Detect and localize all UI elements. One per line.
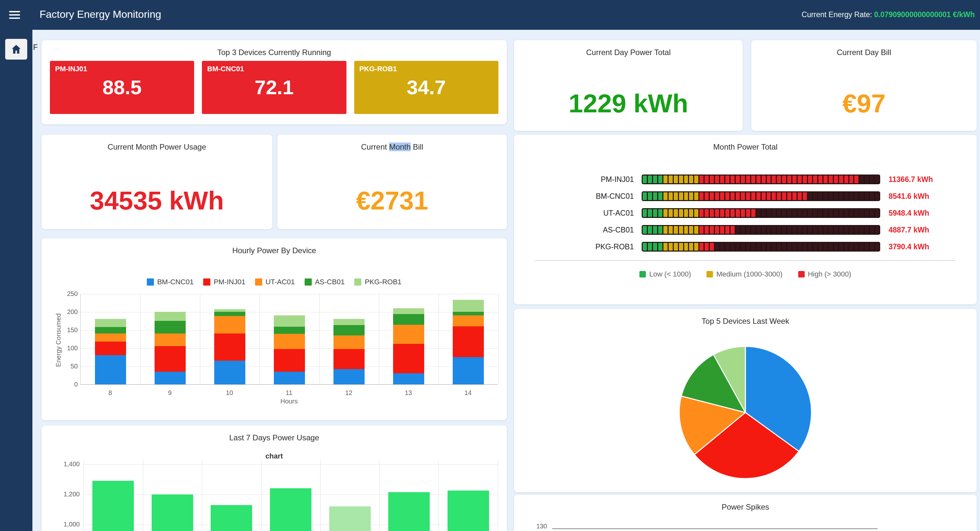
gauge-segment: [787, 209, 791, 217]
legend-item-bm-cnc01[interactable]: BM-CNC01: [147, 278, 194, 286]
gauge-segment: [736, 192, 740, 200]
gauge-segment: [736, 226, 740, 234]
gauge-segment: [658, 209, 662, 217]
gauge-segment: [725, 192, 730, 200]
gridline: [498, 294, 498, 384]
gauge-segment: [751, 243, 756, 250]
gauge-segment: [751, 209, 756, 217]
gauge-segment: [643, 243, 647, 250]
gauge-segment: [803, 209, 807, 217]
bar-segment-ut-ac01: [393, 325, 424, 344]
legend-item-pm-inj01[interactable]: PM-INJ01: [203, 278, 245, 286]
gauge-segment: [694, 243, 698, 250]
bar-segment-pkg-rob1: [334, 319, 364, 325]
gauge-segment: [653, 243, 657, 250]
gauge-segment: [813, 176, 817, 183]
gauge-segment: [710, 243, 714, 250]
gauge-segment: [679, 209, 683, 217]
gauge-bar: [642, 191, 880, 201]
sidebar-clipped-label: F: [33, 43, 38, 52]
gauge-segment: [694, 209, 698, 217]
device-power-value: 88.5: [50, 76, 194, 99]
bar-segment-pm-inj01: [95, 342, 126, 355]
device-tile-pkg-rob1: PKG-ROB134.7: [354, 61, 498, 114]
gridline: [259, 294, 260, 384]
bar-segment-pm-inj01: [274, 349, 305, 371]
gauge-segment: [741, 192, 745, 200]
gauge-segment: [824, 243, 828, 250]
card-title: Top 5 Devices Last Week: [514, 309, 977, 326]
gauge-segment: [756, 176, 760, 183]
gridline: [84, 460, 84, 531]
gauge-segment: [772, 226, 776, 234]
gauge-bar: [642, 242, 880, 252]
gauge-segment: [643, 209, 647, 217]
card-title: Month Power Total: [514, 135, 977, 152]
gauge-segment: [705, 243, 709, 250]
gauge-segment: [694, 176, 698, 183]
card-top-devices: Top 3 Devices Currently Running PM-INJ01…: [41, 40, 507, 124]
gauge-segment: [725, 209, 730, 217]
y-axis-tick: 1,200: [44, 491, 80, 498]
legend-label: BM-CNC01: [157, 278, 194, 286]
legend-label: UT-AC01: [266, 278, 294, 286]
device-tile-pm-inj01: PM-INJ0188.5: [50, 61, 194, 114]
card-day-power-total: Current Day Power Total 1229 kWh: [514, 40, 743, 131]
gauge-segment: [762, 209, 766, 217]
gauge-segment: [772, 176, 776, 183]
gauge-segment: [777, 209, 781, 217]
gauge-segment: [797, 226, 802, 234]
gauge-segment: [715, 243, 719, 250]
card-month-power-usage: Current Month Power Usage 34535 kWh: [41, 135, 272, 229]
gauge-segment: [772, 243, 776, 250]
bar-segment-pm-inj01: [154, 346, 186, 371]
legend-color-swatch: [354, 279, 361, 285]
day-bill-value: €97: [751, 89, 977, 119]
gauge-segment: [689, 192, 693, 200]
gauge-segment: [808, 226, 812, 234]
gridline: [379, 294, 379, 384]
gauge-segment: [653, 209, 657, 217]
gauge-segment: [803, 176, 807, 183]
gauge-segment: [674, 192, 678, 200]
title-text: Current: [361, 143, 389, 151]
bar-segment-as-cb01: [154, 321, 186, 333]
card-power-spikes: Power Spikes 130: [514, 495, 977, 531]
gauge-segment: [797, 192, 802, 200]
gauge-segment: [859, 176, 864, 183]
gauge-segment: [762, 176, 766, 183]
home-button[interactable]: [5, 39, 27, 60]
menu-icon[interactable]: [9, 9, 21, 20]
legend-item-pkg-rob1[interactable]: PKG-ROB1: [354, 278, 401, 286]
gauge-segment: [813, 192, 817, 200]
last7-bar-chart: 1,4001,2001,000: [41, 425, 507, 531]
gauge-segment: [865, 209, 869, 217]
gauge-segment: [699, 192, 703, 200]
gauge-segment: [870, 192, 874, 200]
gauge-segment: [648, 226, 652, 234]
gauge-segment: [741, 176, 745, 183]
gauge-segment: [808, 176, 812, 183]
gauge-segment: [679, 226, 683, 234]
bar-segment-bm-cnc01: [274, 372, 305, 384]
device-label: BM-CNC01: [537, 192, 634, 201]
gauge-segment: [710, 176, 714, 183]
gauge-segment: [777, 226, 781, 234]
gauge-segment: [859, 192, 864, 200]
legend-item-as-cb01[interactable]: AS-CB01: [305, 278, 345, 286]
gauge-segment: [746, 209, 750, 217]
gauge-segment: [663, 192, 668, 200]
gauge-segment: [782, 243, 786, 250]
gauge-row: BM-CNC018541.6 kWh: [537, 188, 964, 204]
device-tile-bm-cnc01: BM-CNC0172.1: [202, 61, 346, 114]
gauge-segment: [875, 176, 879, 183]
device-label: PKG-ROB1: [537, 243, 634, 251]
legend-color-swatch: [798, 271, 805, 277]
gauge-segment: [797, 176, 802, 183]
gauge-segment: [643, 192, 647, 200]
gauge-segment: [756, 209, 760, 217]
legend-item-ut-ac01[interactable]: UT-AC01: [255, 278, 294, 286]
legend-color-swatch: [640, 271, 646, 277]
gauge-segment: [813, 226, 817, 234]
gauge-segment: [663, 226, 668, 234]
